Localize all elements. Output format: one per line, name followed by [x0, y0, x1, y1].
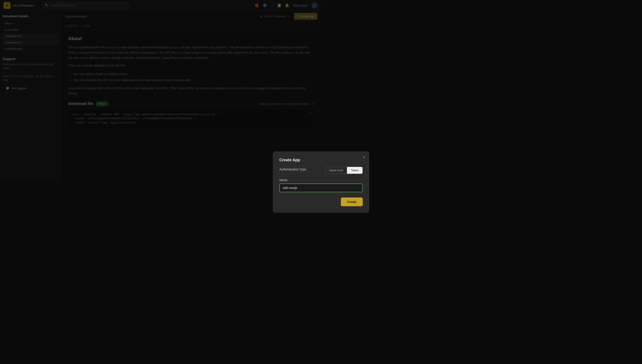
- name-label: Name: [279, 178, 321, 182]
- create-app-modal: Create App ✕ Authentication Type Basic A…: [273, 152, 321, 182]
- name-field-group: Name: [279, 178, 321, 182]
- auth-type-label: Authentication Type: [279, 168, 306, 171]
- auth-type-row: Authentication Type Basic Auth Token: [279, 167, 321, 174]
- modal-title: Create App: [279, 158, 321, 162]
- modal-overlay[interactable]: Create App ✕ Authentication Type Basic A…: [0, 0, 321, 182]
